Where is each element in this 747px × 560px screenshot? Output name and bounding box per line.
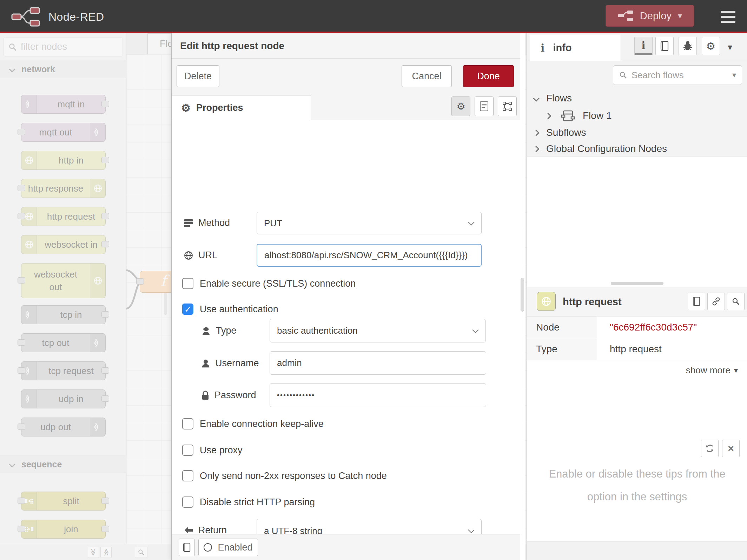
tip-close-icon[interactable]: × (722, 440, 740, 457)
node-id-value[interactable]: "6c692ff6c30d3c57" (597, 316, 747, 338)
search-flows-input[interactable]: Search flows ▾ (613, 65, 742, 85)
palette-node-mqtt-in[interactable]: mqtt in (21, 95, 106, 114)
keepalive-checkbox-row[interactable]: Enable connection keep-alive (182, 418, 324, 429)
palette-node-websocket-out[interactable]: websocket out (21, 263, 106, 298)
input-port[interactable] (136, 278, 144, 285)
caret-down-icon[interactable]: ▾ (732, 71, 736, 80)
show-more-link[interactable]: show more ▾ (686, 365, 738, 376)
palette-node-tcp-request[interactable]: tcp request (21, 361, 106, 380)
node-help-button[interactable] (688, 293, 705, 310)
output-port[interactable] (101, 526, 109, 532)
url-value: alhost:8080/api.rsc/SNOW_CRM_Account({{{… (264, 250, 468, 261)
collapse-all-icon[interactable]: ≫ (88, 547, 99, 558)
dialog-scrollbar[interactable] (521, 278, 524, 312)
sidebar-tab-debug-button[interactable] (679, 37, 697, 55)
sidebar-splitter-handle[interactable] (611, 282, 663, 285)
auth-type-select[interactable]: basic authentication (270, 319, 486, 342)
input-port[interactable] (18, 526, 25, 532)
deploy-caret-icon[interactable]: ▾ (678, 11, 682, 21)
input-port[interactable] (18, 129, 25, 135)
input-port[interactable] (18, 277, 25, 284)
palette-node-websocket-in[interactable]: websocket in (21, 235, 106, 254)
deploy-button[interactable]: Deploy ▾ (606, 5, 694, 27)
input-port[interactable] (18, 424, 25, 430)
input-port[interactable] (18, 339, 25, 346)
done-button[interactable]: Done (463, 65, 514, 87)
tip-refresh-button[interactable] (701, 440, 719, 457)
node-search-button[interactable] (727, 293, 745, 310)
palette-node-http-response[interactable]: http response (21, 179, 106, 198)
node-type-value: http request (597, 338, 747, 360)
palette-node-mqtt-out[interactable]: mqtt out (21, 123, 106, 142)
strict-checkbox-row[interactable]: Disable strict HTTP parsing (182, 496, 315, 508)
category-network[interactable]: network (0, 60, 126, 78)
palette-node-label: mqtt out (39, 127, 72, 138)
chevron-down-icon (9, 461, 15, 467)
input-port[interactable] (18, 213, 25, 219)
palette-node-label: join (64, 524, 78, 535)
cancel-button[interactable]: Cancel (402, 65, 452, 87)
palette-node-udp-in[interactable]: udp in (21, 389, 106, 408)
search-icon (8, 42, 17, 52)
function-node-label: f (160, 272, 166, 290)
url-input[interactable]: alhost:8080/api.rsc/SNOW_CRM_Account({{{… (257, 244, 482, 267)
category-sequence[interactable]: sequence (0, 455, 126, 473)
auth-checkbox[interactable]: ✓ (182, 304, 193, 315)
sidebar-tab-help-button[interactable] (655, 37, 674, 55)
sidebar-tab-config-button[interactable]: ⚙ (702, 37, 720, 55)
proxy-checkbox[interactable] (182, 445, 193, 456)
palette-node-http-in[interactable]: http in (21, 151, 106, 170)
appearance-button[interactable] (498, 96, 517, 116)
palette-filter-input[interactable]: filter nodes (4, 37, 123, 56)
description-footer-button[interactable] (179, 539, 195, 556)
expand-all-icon[interactable]: ≫ (100, 547, 112, 558)
tree-item-flows[interactable]: Flows (534, 93, 572, 104)
output-port[interactable] (101, 241, 109, 247)
description-button[interactable] (475, 96, 494, 116)
palette-node-split[interactable]: split (21, 492, 106, 511)
input-port[interactable] (18, 498, 25, 504)
non2xx-checkbox[interactable] (182, 470, 193, 481)
palette-node-tcp-in[interactable]: tcp in (21, 305, 106, 324)
document-icon (480, 101, 489, 112)
delete-button[interactable]: Delete (177, 65, 219, 87)
password-input[interactable]: •••••••••••• (270, 383, 486, 407)
proxy-checkbox-row[interactable]: Use proxy (182, 445, 243, 456)
auth-checkbox-row[interactable]: ✓ Use authentication (182, 304, 278, 315)
main-menu-icon[interactable] (721, 11, 735, 23)
tab-info[interactable]: i info (530, 35, 621, 61)
sidebar-tab-info-button[interactable]: i (634, 37, 653, 55)
palette-node-http-request[interactable]: http request (21, 207, 106, 226)
tree-item-subflows[interactable]: Subflows (534, 127, 586, 138)
sidebar-tabs-caret-icon[interactable]: ▾ (728, 42, 732, 53)
ssl-checkbox[interactable] (182, 278, 193, 289)
input-port[interactable] (18, 367, 25, 374)
output-port[interactable] (101, 395, 109, 402)
node-settings-button[interactable]: ⚙ (451, 96, 470, 116)
method-select[interactable]: PUT (257, 212, 482, 234)
ssl-checkbox-row[interactable]: Enable secure (SSL/TLS) connection (182, 278, 356, 289)
output-port[interactable] (101, 498, 109, 504)
palette-node-tcp-out[interactable]: tcp out (21, 333, 106, 352)
output-port[interactable] (101, 213, 109, 219)
output-port[interactable] (101, 157, 109, 163)
input-port[interactable] (18, 185, 25, 191)
enabled-toggle-button[interactable]: Enabled (198, 539, 258, 556)
strict-checkbox[interactable] (182, 496, 193, 508)
username-input[interactable]: admin (270, 351, 486, 375)
zoom-icon[interactable] (135, 547, 147, 558)
tree-item-flow1[interactable]: Flow 1 (546, 109, 612, 122)
book-icon (660, 41, 669, 51)
auth-label: Use authentication (200, 304, 278, 315)
palette-node-join[interactable]: join (21, 520, 106, 539)
node-link-button[interactable] (707, 293, 725, 310)
keepalive-checkbox[interactable] (182, 418, 193, 429)
output-port[interactable] (101, 311, 109, 318)
output-port[interactable] (101, 367, 109, 374)
non2xx-checkbox-row[interactable]: Only send non-2xx responses to Catch nod… (182, 470, 387, 481)
url-label: URL (184, 250, 217, 261)
tab-properties[interactable]: ⚙ Properties (172, 95, 311, 120)
palette-node-udp-out[interactable]: udp out (21, 418, 106, 436)
tree-item-global-config[interactable]: Global Configuration Nodes (534, 143, 667, 154)
output-port[interactable] (101, 101, 109, 107)
